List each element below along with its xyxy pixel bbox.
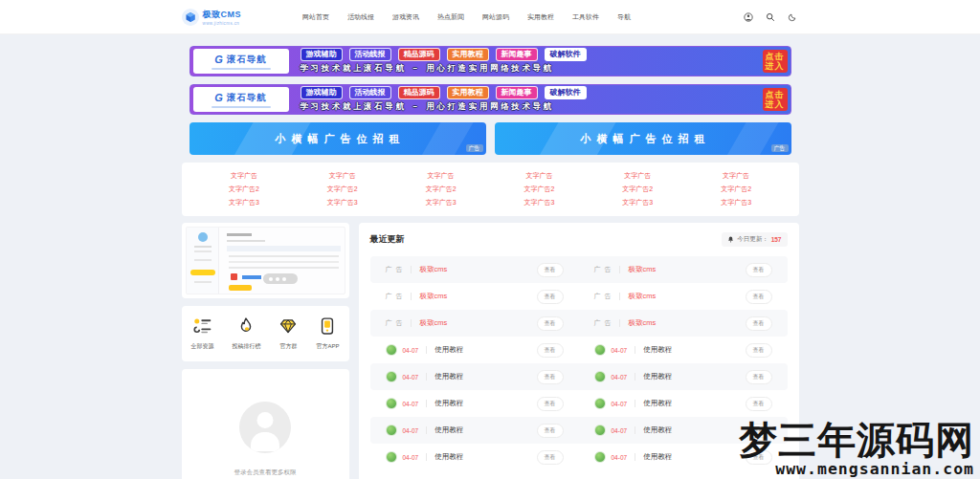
- view-button[interactable]: 查看: [537, 316, 564, 331]
- small-ad-banner[interactable]: 小横幅广告位招租广告: [495, 122, 791, 155]
- dark-mode-moon-icon[interactable]: [788, 12, 797, 22]
- ad-title-link[interactable]: 极致cms: [628, 265, 656, 274]
- ad-title-link[interactable]: 极致cms: [628, 292, 656, 301]
- ad-list-item: 广 告极致cms查看: [370, 283, 579, 310]
- text-ad-link[interactable]: 文字广告3: [327, 198, 358, 207]
- app-phone-icon: [318, 316, 337, 339]
- resource-thumbnail-card[interactable]: [182, 223, 349, 298]
- ad-list-item: 广 告极致cms查看: [370, 256, 579, 283]
- view-button[interactable]: 查看: [746, 450, 772, 465]
- view-button[interactable]: 查看: [537, 450, 564, 465]
- ad-tag: 广 告: [386, 265, 404, 274]
- view-button[interactable]: 查看: [746, 343, 772, 358]
- post-avatar: [594, 451, 606, 463]
- text-ad-link[interactable]: 文字广告: [525, 171, 552, 181]
- promo-cta-button[interactable]: 点击进入: [763, 50, 788, 73]
- divider: [411, 266, 412, 273]
- text-ad-link[interactable]: 文字广告3: [229, 198, 259, 207]
- post-title-link[interactable]: 使用教程: [643, 345, 672, 355]
- promo-tag: 新闻趣事: [496, 48, 538, 61]
- text-ad-link[interactable]: 文字广告3: [523, 198, 554, 207]
- post-title-link[interactable]: 使用教程: [434, 372, 463, 381]
- promo-tag: 精品源码: [398, 48, 440, 61]
- post-date: 04-07: [612, 374, 628, 381]
- text-ad-link[interactable]: 文字广告3: [426, 198, 457, 207]
- view-button[interactable]: 查看: [537, 290, 564, 304]
- view-button[interactable]: 查看: [746, 424, 772, 438]
- view-button[interactable]: 查看: [746, 370, 772, 384]
- shortcut-submit-ranking[interactable]: 投稿排行榜: [232, 316, 260, 351]
- nav-item[interactable]: 热点新闻: [437, 12, 464, 22]
- view-button[interactable]: 查看: [537, 424, 564, 438]
- text-ad-link[interactable]: 文字广告: [428, 171, 455, 181]
- text-ads-card: 文字广告文字广告2文字广告3文字广告文字广告2文字广告3文字广告文字广告2文字广…: [182, 163, 799, 216]
- text-ad-link[interactable]: 文字广告2: [327, 185, 358, 194]
- post-list-item: 04-07使用教程查看: [370, 417, 579, 444]
- text-ad-link[interactable]: 文字广告: [329, 171, 356, 181]
- post-title-link[interactable]: 使用教程: [643, 452, 672, 462]
- view-button[interactable]: 查看: [746, 397, 772, 411]
- post-list-item: 04-07使用教程查看: [370, 337, 579, 363]
- promo-tag: 新闻趣事: [496, 86, 538, 99]
- view-button[interactable]: 查看: [537, 397, 564, 411]
- update-list: 广 告极致cms查看广 告极致cms查看广 告极致cms查看广 告极致cms查看…: [370, 256, 788, 470]
- ad-title-link[interactable]: 极致cms: [628, 318, 656, 328]
- view-button[interactable]: 查看: [537, 370, 564, 384]
- view-button[interactable]: 查看: [537, 263, 564, 277]
- post-title-link[interactable]: 使用教程: [434, 425, 463, 435]
- view-button[interactable]: 查看: [746, 316, 772, 331]
- promo-banner[interactable]: G滚石导航游戏辅助活动线报精品源码实用教程新闻趣事破解软件学习技术就上滚石导航 …: [189, 84, 791, 115]
- shortcut-all-resources[interactable]: 全部资源: [191, 316, 214, 351]
- text-ad-link[interactable]: 文字广告2: [426, 185, 457, 194]
- brand-tagline-bar: [212, 106, 271, 108]
- ad-title-link[interactable]: 极致cms: [419, 318, 447, 328]
- post-title-link[interactable]: 使用教程: [643, 372, 672, 381]
- text-ad-link[interactable]: 文字广告: [624, 171, 651, 181]
- text-ad-link[interactable]: 文字广告: [231, 171, 257, 181]
- nav-item[interactable]: 游戏资讯: [392, 12, 419, 22]
- text-ad-link[interactable]: 文字广告: [723, 171, 749, 181]
- ad-tag: 广 告: [386, 292, 404, 301]
- post-title-link[interactable]: 使用教程: [434, 399, 463, 408]
- search-icon[interactable]: [766, 12, 775, 22]
- nav-item[interactable]: 网站首页: [302, 12, 329, 22]
- nav-item[interactable]: 活动线报: [347, 12, 374, 22]
- view-button[interactable]: 查看: [746, 263, 772, 277]
- post-title-link[interactable]: 使用教程: [434, 345, 463, 355]
- post-title-link[interactable]: 使用教程: [643, 425, 672, 435]
- small-ad-banner[interactable]: 小横幅广告位招租广告: [189, 122, 486, 155]
- text-ad-link[interactable]: 文字广告3: [721, 198, 751, 207]
- text-ad-link[interactable]: 文字广告2: [229, 185, 259, 194]
- text-ad-link[interactable]: 文字广告2: [721, 185, 751, 194]
- nav-item[interactable]: 网站源码: [482, 12, 509, 22]
- shortcut-official-group[interactable]: 官方群: [278, 316, 298, 351]
- today-update-badge: 今日更新： 157: [722, 232, 787, 247]
- ad-title-link[interactable]: 极致cms: [419, 292, 447, 301]
- ad-list-item: 广 告极致cms查看: [370, 310, 579, 337]
- login-hint: 登录会员查看更多权限: [234, 468, 297, 477]
- text-ad-link[interactable]: 文字广告2: [523, 185, 554, 194]
- promo-cta-button[interactable]: 点击进入: [763, 88, 788, 111]
- view-button[interactable]: 查看: [537, 343, 564, 358]
- shortcut-label: 投稿排行榜: [232, 342, 260, 351]
- nav-item[interactable]: 实用教程: [527, 12, 554, 22]
- post-title-link[interactable]: 使用教程: [434, 452, 463, 462]
- shortcut-official-app[interactable]: 官方APP: [316, 316, 339, 351]
- ad-corner-label: 广告: [466, 144, 483, 152]
- view-button[interactable]: 查看: [746, 290, 772, 304]
- user-icon[interactable]: [744, 12, 753, 22]
- site-logo[interactable]: 极致CMS www.jizhicms.cn: [182, 9, 242, 26]
- promo-banner[interactable]: G滚石导航游戏辅助活动线报精品源码实用教程新闻趣事破解软件学习技术就上滚石导航 …: [189, 46, 791, 76]
- divider: [426, 453, 427, 461]
- nav-item[interactable]: 导航: [617, 12, 631, 22]
- ad-title-link[interactable]: 极致cms: [419, 265, 447, 274]
- ad-list-item: 广 告极致cms查看: [579, 310, 788, 337]
- post-list-item: 04-07使用教程查看: [370, 444, 579, 470]
- text-ad-column: 文字广告文字广告2文字广告3: [391, 171, 490, 207]
- post-title-link[interactable]: 使用教程: [643, 399, 672, 408]
- nav-item[interactable]: 工具软件: [572, 12, 599, 22]
- text-ad-link[interactable]: 文字广告2: [622, 185, 653, 194]
- promo-tag: 破解软件: [545, 48, 587, 61]
- text-ad-link[interactable]: 文字广告3: [622, 198, 653, 207]
- promo-tag: 活动线报: [349, 86, 391, 99]
